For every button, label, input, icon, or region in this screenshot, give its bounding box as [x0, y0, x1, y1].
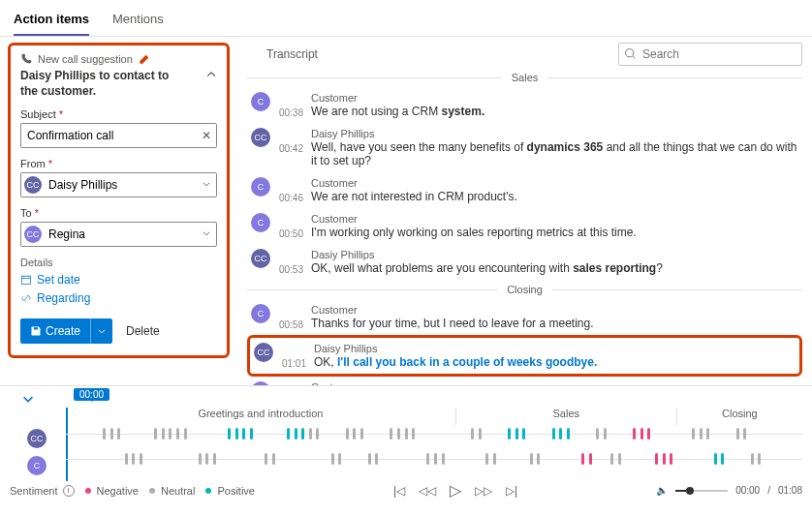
timestamp: 00:53	[278, 249, 303, 275]
speaker-avatar: C	[251, 92, 270, 111]
skip-end-icon[interactable]: ▷|	[506, 484, 517, 498]
speaker-avatar: CC	[254, 343, 273, 362]
rewind-icon[interactable]: ◁◁	[419, 484, 436, 498]
speaker-name: Customer	[311, 177, 798, 189]
speaker-name: Customer	[311, 92, 798, 104]
timeline-speaker-agent: CC	[27, 429, 47, 448]
tab-mentions[interactable]: Mentions	[112, 8, 164, 36]
search-icon	[624, 47, 637, 60]
utterance: We are not interested in CRM product's.	[311, 190, 798, 203]
volume-slider[interactable]	[675, 490, 728, 492]
to-input[interactable]	[20, 222, 217, 247]
info-icon[interactable]: i	[63, 485, 75, 497]
timestamp: 00:50	[278, 213, 303, 239]
suggestion-label: New call suggestion	[38, 53, 133, 65]
save-icon	[30, 325, 42, 337]
segment-closing: Closing	[677, 408, 802, 425]
speaker-avatar: CC	[251, 249, 270, 268]
utterance: OK, well what problems are you encounter…	[311, 261, 798, 275]
timestamp: 00:38	[278, 92, 303, 118]
speaker-avatar: C	[251, 304, 270, 323]
timestamp: 00:46	[278, 177, 303, 203]
sentiment-legend: Sentimenti Negative Neutral Positive	[10, 485, 255, 497]
transcript-turn[interactable]: CC00:42Daisy PhillipsWell, have you seen…	[247, 123, 802, 172]
utterance: I'm working only working on sales report…	[311, 226, 798, 239]
create-dropdown[interactable]	[90, 318, 112, 344]
utterance: Well, have you seen the many benefits of…	[311, 140, 798, 167]
speaker-avatar: C	[251, 177, 270, 197]
subject-input[interactable]	[20, 123, 217, 148]
subject-label: Subject	[20, 108, 217, 120]
section-sales: Sales	[512, 72, 539, 83]
utterance: OK, I'll call you back in a couple of we…	[314, 355, 796, 369]
svg-rect-0	[22, 276, 31, 284]
timestamp: 00:58	[278, 304, 303, 330]
tab-action-items[interactable]: Action items	[14, 8, 89, 36]
play-icon[interactable]: ▷	[450, 481, 461, 500]
timeline-speaker-customer: C	[27, 456, 47, 475]
transcript-turn[interactable]: C00:38CustomerWe are not using a CRM sys…	[247, 87, 802, 123]
from-label: From	[20, 158, 217, 169]
chevron-down-icon[interactable]	[202, 178, 211, 192]
volume-icon[interactable]: 🔈	[656, 485, 668, 496]
transcript-title: Transcript	[266, 47, 318, 61]
transcript-turn[interactable]: C01:05CustomerBye. I.	[247, 377, 802, 385]
speaker-name: Daisy Phillips	[311, 128, 798, 139]
time-current: 00:00	[735, 485, 760, 496]
collapse-icon[interactable]	[205, 69, 217, 83]
speaker-name: Customer	[311, 381, 798, 385]
edit-icon[interactable]	[139, 54, 149, 65]
speaker-name: Customer	[311, 213, 798, 225]
speaker-avatar: C	[251, 213, 270, 232]
transcript-turn[interactable]: C00:46CustomerWe are not interested in C…	[247, 172, 802, 208]
track-customer[interactable]	[66, 450, 802, 468]
card-summary: Daisy Phillips to contact to the custome…	[20, 69, 185, 99]
transcript-turn[interactable]: C00:50CustomerI'm working only working o…	[247, 208, 802, 244]
calendar-icon	[20, 274, 32, 286]
speaker-avatar: CC	[251, 128, 270, 147]
utterance: We are not using a CRM system.	[311, 105, 798, 118]
regarding-link[interactable]: Regarding	[20, 291, 217, 305]
speaker-name: Dasiy Phillips	[311, 249, 798, 260]
section-closing: Closing	[507, 284, 543, 295]
time-total: 01:08	[778, 485, 802, 496]
segment-greetings: Greetings and introduction	[66, 408, 456, 425]
timestamp: 00:42	[278, 128, 303, 167]
speaker-name: Daisy Phillips	[314, 343, 796, 354]
action-item-card: New call suggestion Daisy Phillips to co…	[8, 43, 230, 358]
transcript-turn[interactable]: CC00:53Dasiy PhillipsOK, well what probl…	[247, 244, 802, 280]
speaker-avatar: C	[251, 381, 270, 385]
to-label: To	[20, 207, 217, 219]
track-agent[interactable]	[66, 425, 802, 442]
from-input[interactable]	[20, 172, 217, 197]
clear-icon[interactable]: ✕	[202, 129, 211, 142]
create-button[interactable]: Create	[20, 318, 112, 344]
phone-icon	[20, 53, 32, 65]
skip-start-icon[interactable]: |◁	[393, 484, 405, 498]
timestamp: 01:05	[278, 381, 303, 385]
timestamp: 01:01	[281, 343, 306, 369]
chevron-down-icon[interactable]	[202, 227, 211, 241]
utterance: Thanks for your time, but I need to leav…	[311, 317, 798, 330]
delete-button[interactable]: Delete	[126, 324, 160, 338]
expand-icon[interactable]	[21, 392, 35, 409]
transcript-turn[interactable]: C00:58CustomerThanks for your time, but …	[247, 299, 802, 335]
link-icon	[20, 292, 32, 304]
playhead-line[interactable]	[66, 408, 68, 481]
set-date-link[interactable]: Set date	[20, 273, 217, 287]
svg-point-1	[626, 49, 634, 57]
segment-sales: Sales	[456, 408, 677, 425]
details-label: Details	[20, 257, 217, 268]
transcript-turn[interactable]: CC01:01Daisy PhillipsOK, I'll call you b…	[247, 335, 802, 377]
search-input[interactable]	[618, 43, 802, 66]
playhead-flag[interactable]: 00:00	[74, 388, 109, 401]
speaker-name: Customer	[311, 304, 798, 316]
forward-icon[interactable]: ▷▷	[475, 484, 492, 498]
